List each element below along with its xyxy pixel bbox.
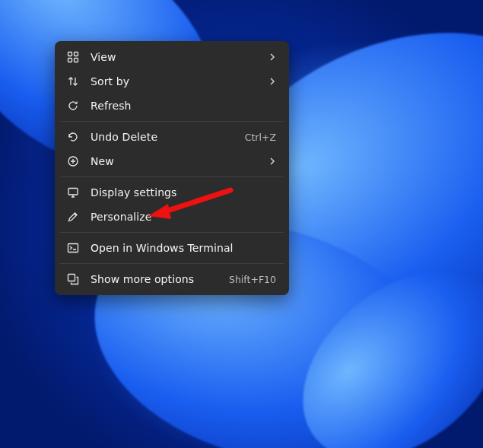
more-options-icon <box>66 272 80 286</box>
chevron-right-icon <box>269 78 278 85</box>
menu-item-sort-by[interactable]: Sort by <box>59 69 285 94</box>
menu-separator <box>60 232 284 233</box>
menu-item-open-terminal[interactable]: Open in Windows Terminal <box>59 236 285 260</box>
menu-item-new[interactable]: New <box>59 149 285 173</box>
menu-item-label: Show more options <box>80 273 229 285</box>
svg-rect-1 <box>75 52 78 56</box>
terminal-icon <box>66 241 80 255</box>
desktop-wallpaper[interactable]: View Sort by Refresh <box>0 0 483 448</box>
menu-item-label: New <box>80 155 269 167</box>
menu-item-view[interactable]: View <box>59 45 285 69</box>
view-icon <box>66 50 80 64</box>
desktop-context-menu: View Sort by Refresh <box>55 41 289 295</box>
menu-item-label: Sort by <box>80 75 269 87</box>
sort-icon <box>66 75 80 88</box>
menu-item-label: View <box>80 51 269 63</box>
menu-item-label: Undo Delete <box>80 131 245 143</box>
menu-item-refresh[interactable]: Refresh <box>59 94 285 118</box>
display-settings-icon <box>66 186 80 199</box>
svg-rect-5 <box>68 189 78 195</box>
menu-item-undo-delete[interactable]: Undo Delete Ctrl+Z <box>59 125 285 149</box>
menu-item-show-more-options[interactable]: Show more options Shift+F10 <box>59 267 285 291</box>
personalize-icon <box>66 210 80 224</box>
menu-item-label: Open in Windows Terminal <box>80 242 278 254</box>
chevron-right-icon <box>269 157 278 165</box>
svg-rect-6 <box>68 244 78 253</box>
menu-item-personalize[interactable]: Personalize <box>59 205 285 229</box>
menu-item-label: Personalize <box>80 211 278 223</box>
menu-separator <box>60 121 284 122</box>
new-icon <box>66 154 80 168</box>
undo-icon <box>66 130 80 144</box>
svg-rect-2 <box>68 59 72 62</box>
svg-rect-0 <box>68 52 72 56</box>
menu-separator <box>60 263 284 264</box>
svg-rect-3 <box>75 59 78 62</box>
chevron-right-icon <box>269 53 278 61</box>
menu-item-shortcut: Shift+F10 <box>229 274 278 285</box>
svg-rect-7 <box>68 275 75 281</box>
menu-separator <box>60 176 284 177</box>
menu-item-shortcut: Ctrl+Z <box>245 132 278 143</box>
menu-item-display-settings[interactable]: Display settings <box>59 180 285 205</box>
menu-item-label: Refresh <box>80 100 278 112</box>
refresh-icon <box>66 99 80 113</box>
menu-item-label: Display settings <box>80 186 278 199</box>
